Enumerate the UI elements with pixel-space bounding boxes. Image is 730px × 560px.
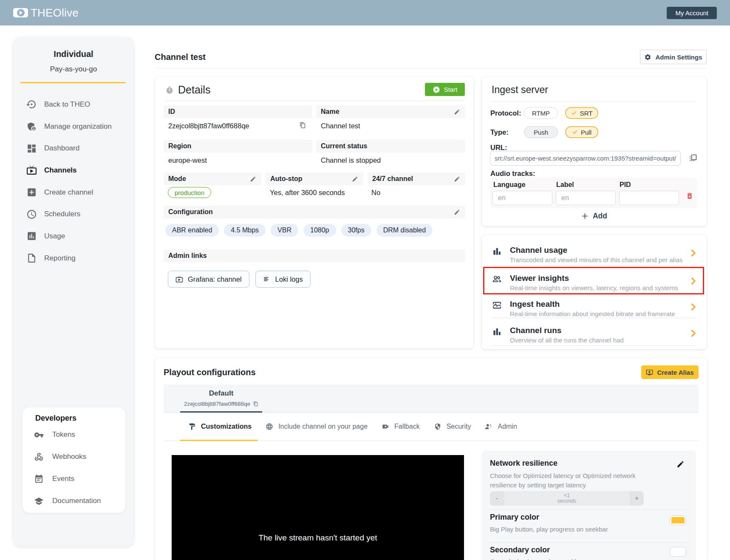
sidebar-item-usage[interactable]: Usage	[13, 225, 134, 247]
latency-unit: seconds	[557, 498, 577, 504]
config-chip: 4.5 Mbps	[224, 224, 266, 237]
sidebar-item-create-channel[interactable]: Create channel	[13, 181, 134, 204]
type-push-pill[interactable]: Push	[524, 126, 558, 138]
details-card: Details Start ID Name 2zejcol8bjtt87faw0…	[155, 77, 473, 348]
panel-divider	[489, 542, 686, 543]
audio-pid-input[interactable]	[619, 191, 679, 205]
shield-icon	[434, 423, 441, 430]
insight-item-title: Ingest health	[510, 300, 560, 309]
edit-mode-icon[interactable]	[250, 176, 256, 182]
audio-language-input[interactable]	[492, 191, 552, 205]
latency-value: <1 seconds	[504, 491, 630, 506]
ingest-url-input[interactable]	[490, 151, 681, 166]
type-label: Type:	[490, 128, 509, 136]
alias-tab-id: 2zejcol8bjtt87faw0ff688qe	[184, 401, 250, 407]
assessment-icon	[26, 231, 37, 241]
edit-name-icon[interactable]	[454, 109, 460, 115]
paint-icon	[188, 423, 196, 430]
sidebar-item-manage-organization[interactable]: Manage organization	[13, 116, 134, 138]
player-message: The live stream hasn't started yet	[172, 533, 464, 543]
latency-decrease-button[interactable]: -	[490, 491, 504, 506]
copy-url-icon[interactable]	[689, 154, 697, 162]
delete-track-icon[interactable]	[686, 192, 693, 200]
admin-settings-label: Admin Settings	[655, 54, 702, 61]
ingest-health-item[interactable]: Ingest health Real-time information abou…	[482, 297, 707, 323]
sidebar-item-label: Back to THEO	[44, 100, 90, 109]
my-account-button[interactable]: My Account	[667, 7, 717, 19]
edit-configuration-icon[interactable]	[454, 209, 460, 215]
channel-usage-item[interactable]: Channel usage Transcoded and viewed minu…	[482, 243, 707, 269]
edit-channel247-icon[interactable]	[454, 176, 460, 182]
protocol-srt-pill[interactable]: SRT	[565, 107, 598, 119]
sidebar-item-tokens[interactable]: Tokens	[23, 424, 125, 446]
field-label-text: Mode	[168, 175, 186, 183]
sidebar-item-label: Usage	[44, 232, 65, 240]
sidebar-item-dashboard[interactable]: Dashboard	[13, 137, 134, 159]
admin-settings-button[interactable]: Admin Settings	[640, 50, 707, 64]
primary-color-title: Primary color	[490, 513, 539, 522]
latency-increase-button[interactable]: +	[630, 491, 644, 506]
start-button[interactable]: Start	[425, 83, 465, 96]
header-divider	[154, 68, 707, 68]
tab-include-channel[interactable]: Include channel on your page	[257, 413, 373, 441]
config-chip: 1080p	[303, 224, 336, 237]
field-label-text: ID	[168, 108, 175, 116]
sidebar-item-label: Tokens	[52, 430, 75, 439]
primary-color-subtitle: Big Play button, play progress on seekba…	[490, 526, 608, 533]
insight-item-title: Channel runs	[510, 326, 561, 335]
viewer-insights-item[interactable]: Viewer insights Real-time insights on vi…	[482, 271, 707, 297]
sidebar-item-channels[interactable]: Channels	[13, 159, 134, 181]
secondary-color-swatch[interactable]	[670, 547, 686, 557]
tab-security[interactable]: Security	[426, 413, 477, 441]
network-resilience-title: Network resilience	[490, 459, 557, 468]
edit-network-resilience-icon[interactable]	[676, 460, 685, 468]
alias-tab-default[interactable]: Default 2zejcol8bjtt87faw0ff688qe	[180, 385, 262, 413]
sidebar-item-reporting[interactable]: Reporting	[13, 247, 134, 269]
pill-label: SRT	[580, 110, 593, 117]
sidebar: Individual Pay-as-you-go Back to THEO Ma…	[13, 37, 134, 547]
type-pull-pill[interactable]: Pull	[565, 126, 598, 138]
sidebar-nav: Back to THEO Manage organization Dashboa…	[13, 93, 134, 269]
admin-links: Grafana: channel Loki logs	[168, 271, 311, 288]
people-icon	[492, 274, 502, 284]
latency-stepper: - <1 seconds +	[490, 491, 644, 506]
sidebar-item-label: Manage organization	[44, 122, 112, 131]
start-button-label: Start	[444, 86, 458, 93]
audio-label-input[interactable]	[556, 191, 616, 205]
create-alias-button[interactable]: Create Alias	[641, 365, 699, 379]
playout-configurations-card: Playout configurations Create Alias Defa…	[155, 358, 707, 560]
insight-item-subtitle: Transcoded and viewed minutes of this ch…	[510, 256, 682, 263]
edit-autostop-icon[interactable]	[352, 176, 358, 182]
add-audio-track-button[interactable]: Add	[482, 212, 707, 221]
developers-nav: Tokens Webhooks Events Documentation	[23, 424, 125, 512]
video-player[interactable]: The live stream hasn't started yet	[172, 455, 464, 560]
add-box-icon	[26, 187, 37, 198]
field-label-text: Region	[168, 142, 191, 150]
tab-label: Fallback	[394, 423, 420, 430]
tab-active-indicator	[180, 440, 257, 441]
sidebar-item-events[interactable]: Events	[23, 468, 125, 490]
channel-id-value: 2zejcol8bjtt87faw0ff688qe	[168, 122, 249, 130]
sidebar-item-back-to-theo[interactable]: Back to THEO	[13, 93, 134, 116]
tab-customizations[interactable]: Customizations	[180, 413, 257, 441]
copy-alias-id-icon[interactable]	[253, 401, 258, 407]
grafana-channel-button[interactable]: Grafana: channel	[168, 271, 249, 288]
protocol-rtmp-pill[interactable]: RTMP	[524, 107, 558, 119]
insights-divider	[492, 318, 697, 318]
organization-plan: Pay-as-you-go	[13, 65, 134, 74]
audio-language-column: Language	[493, 181, 526, 189]
loki-logs-button[interactable]: Loki logs	[255, 271, 311, 288]
copy-id-icon[interactable]	[300, 122, 306, 129]
admin-links-label: Admin links	[164, 249, 465, 262]
primary-color-swatch[interactable]	[670, 515, 686, 525]
sidebar-item-webhooks[interactable]: Webhooks	[23, 446, 125, 468]
tab-label: Security	[447, 423, 471, 430]
ingest-card-title: Ingest server	[492, 84, 548, 96]
ingest-divider	[492, 102, 697, 102]
tab-admin[interactable]: Admin	[477, 413, 523, 441]
sidebar-item-documentation[interactable]: Documentation	[23, 490, 125, 512]
field-label-text: 24/7 channel	[372, 175, 413, 183]
tab-fallback[interactable]: Fallback	[373, 413, 426, 441]
sidebar-item-schedulers[interactable]: Schedulers	[13, 203, 134, 225]
field-label-text: Current status	[321, 142, 367, 150]
